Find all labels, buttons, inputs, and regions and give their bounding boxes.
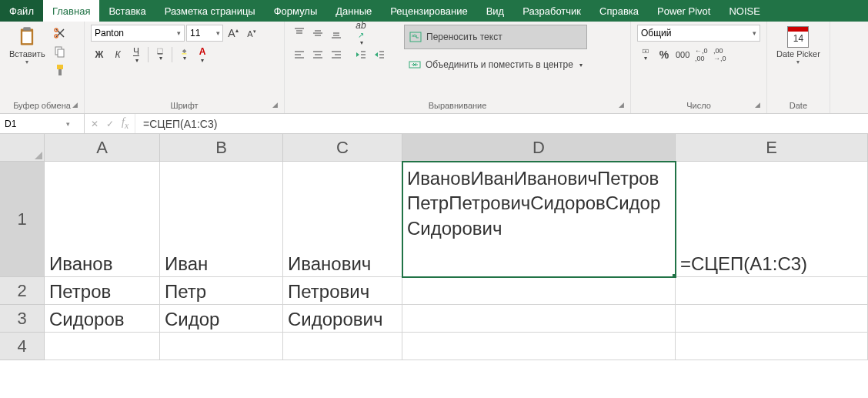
fx-icon[interactable]: fx: [122, 116, 129, 131]
chevron-down-icon[interactable]: ▾: [749, 29, 760, 37]
wrap-text-button[interactable]: ab Переносить текст: [404, 25, 587, 49]
group-date-label: Date: [790, 101, 807, 110]
fill-color-button[interactable]: ▾: [175, 46, 192, 63]
decrease-indent-button[interactable]: [352, 46, 369, 63]
cell[interactable]: [402, 305, 676, 333]
column-header[interactable]: E: [676, 134, 868, 162]
font-size-combo[interactable]: ▾: [186, 25, 223, 42]
increase-indent-button[interactable]: [371, 46, 388, 63]
chevron-down-icon[interactable]: ▾: [175, 29, 184, 37]
number-format-input[interactable]: [638, 28, 749, 38]
format-painter-button[interactable]: [52, 62, 68, 79]
tab-рецензирование[interactable]: Рецензирование: [381, 0, 476, 22]
tab-вид[interactable]: Вид: [477, 0, 514, 22]
svg-point-40: [645, 50, 646, 52]
underline-button[interactable]: Ч▾: [128, 46, 145, 63]
date-picker-button[interactable]: 14 Date Picker ▾: [773, 25, 823, 67]
cell[interactable]: [283, 333, 402, 360]
date-picker-label: Date Picker: [776, 49, 820, 59]
align-top-button[interactable]: [291, 25, 308, 42]
font-size-input[interactable]: [187, 28, 215, 38]
cell[interactable]: Петр: [160, 277, 283, 305]
font-name-combo[interactable]: ▾: [91, 25, 185, 42]
row-header[interactable]: 3: [0, 305, 45, 333]
comma-style-button[interactable]: 000: [674, 46, 691, 63]
formula-input[interactable]: =СЦЕП(A1:C3): [135, 114, 868, 133]
formula-bar: ▾ ✕ ✓ fx =СЦЕП(A1:C3): [0, 114, 868, 134]
number-launcher-icon[interactable]: ◢: [755, 101, 760, 109]
chevron-down-icon[interactable]: ▾: [215, 29, 222, 37]
tab-главная[interactable]: Главная: [43, 0, 99, 22]
cell[interactable]: [402, 333, 676, 360]
alignment-launcher-icon[interactable]: ◢: [619, 101, 624, 109]
accept-formula-button[interactable]: ✓: [106, 119, 114, 129]
tab-вставка[interactable]: Вставка: [99, 0, 155, 22]
align-middle-button[interactable]: [309, 25, 326, 42]
column-header[interactable]: A: [45, 134, 160, 162]
tab-разработчик[interactable]: Разработчик: [513, 0, 590, 22]
font-launcher-icon[interactable]: ◢: [272, 101, 278, 109]
cell[interactable]: Петров: [45, 277, 160, 305]
clipboard-launcher-icon[interactable]: ◢: [72, 101, 78, 109]
group-font-label: Шрифт: [170, 101, 198, 110]
cell[interactable]: Иван: [160, 162, 283, 277]
borders-button[interactable]: ▾: [152, 46, 169, 63]
cell[interactable]: [160, 333, 283, 360]
increase-decimal-button[interactable]: ←,0,00: [693, 46, 709, 63]
cell[interactable]: [45, 333, 160, 360]
name-box-input[interactable]: [0, 119, 62, 129]
align-center-button[interactable]: [309, 46, 326, 63]
decrease-decimal-button[interactable]: ,00→,0: [711, 46, 728, 63]
tab-формулы[interactable]: Формулы: [265, 0, 327, 22]
cell[interactable]: Сидоров: [45, 305, 160, 333]
row-header[interactable]: 1: [0, 162, 45, 277]
increase-font-button[interactable]: A▴: [225, 25, 242, 42]
font-name-input[interactable]: [92, 28, 175, 38]
cell[interactable]: Иванов: [45, 162, 160, 277]
tab-справка[interactable]: Справка: [590, 0, 648, 22]
row-header[interactable]: 2: [0, 277, 45, 305]
column-header[interactable]: D: [402, 134, 676, 162]
svg-rect-8: [58, 69, 62, 75]
paste-button[interactable]: Вставить ▾: [6, 25, 48, 67]
cell[interactable]: Сидор: [160, 305, 283, 333]
cut-button[interactable]: [52, 25, 68, 42]
chevron-down-icon[interactable]: ▾: [62, 120, 74, 128]
select-all-corner[interactable]: [0, 134, 45, 162]
merge-center-button[interactable]: Объединить и поместить в центре ▾: [404, 52, 587, 77]
tab-power-pivot[interactable]: Power Pivot: [648, 0, 719, 22]
cell[interactable]: Петрович: [283, 277, 402, 305]
align-left-button[interactable]: [291, 46, 308, 63]
column-header[interactable]: B: [160, 134, 283, 162]
cell[interactable]: [676, 277, 868, 305]
cell[interactable]: [402, 277, 676, 305]
bold-button[interactable]: Ж: [91, 46, 108, 63]
decrease-font-button[interactable]: A▾: [243, 25, 260, 42]
align-bottom-button[interactable]: [328, 25, 345, 42]
cell[interactable]: Иванович: [283, 162, 402, 277]
tab-noise[interactable]: NOISE: [719, 0, 769, 22]
name-box[interactable]: ▾: [0, 114, 85, 133]
align-left-icon: [293, 48, 305, 61]
align-right-button[interactable]: [328, 46, 345, 63]
font-color-button[interactable]: A▾: [194, 46, 211, 63]
cell[interactable]: [676, 333, 868, 360]
cancel-formula-button[interactable]: ✕: [91, 119, 98, 129]
cell[interactable]: =СЦЕП(A1:C3): [676, 162, 868, 277]
tab-file[interactable]: Файл: [0, 0, 43, 22]
percent-button[interactable]: %: [656, 46, 673, 63]
cell[interactable]: Сидорович: [283, 305, 402, 333]
clipboard-icon: [16, 26, 38, 48]
row-header[interactable]: 4: [0, 333, 45, 360]
accounting-format-button[interactable]: ▾: [637, 46, 654, 63]
italic-button[interactable]: К: [109, 46, 126, 63]
svg-rect-1: [22, 32, 32, 43]
copy-button[interactable]: [52, 43, 68, 60]
column-header[interactable]: C: [283, 134, 402, 162]
orientation-button[interactable]: ab↗▾: [352, 25, 369, 42]
number-format-combo[interactable]: ▾: [637, 25, 760, 42]
tab-разметка-страницы[interactable]: Разметка страницы: [155, 0, 265, 22]
tab-данные[interactable]: Данные: [326, 0, 381, 22]
cell[interactable]: ИвановИванИвановичПетровПетрПетровичСидо…: [402, 162, 676, 277]
cell[interactable]: [676, 305, 868, 333]
